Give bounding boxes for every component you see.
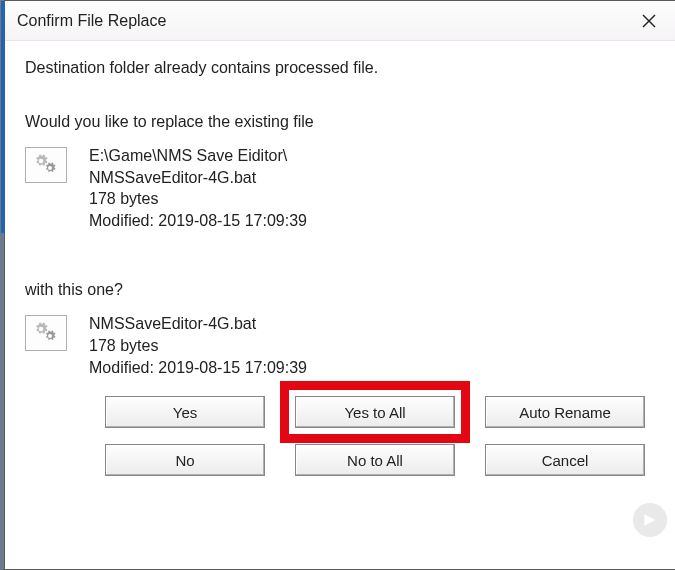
auto-rename-button[interactable]: Auto Rename	[485, 396, 645, 428]
new-file-block: NMSSaveEditor-4G.bat 178 bytes Modified:…	[25, 313, 655, 378]
message-line-3: with this one?	[25, 281, 655, 299]
existing-file-block: E:\Game\NMS Save Eiditor\ NMSSaveEditor-…	[25, 145, 655, 231]
watermark-icon	[631, 501, 669, 539]
existing-file-name: NMSSaveEditor-4G.bat	[89, 167, 307, 189]
yes-button[interactable]: Yes	[105, 396, 265, 428]
yes-to-all-button[interactable]: Yes to All	[295, 396, 455, 428]
highlight-box: Yes to All	[295, 396, 455, 428]
new-file-size: 178 bytes	[89, 335, 307, 357]
gears-icon	[25, 147, 67, 183]
new-file-modified: Modified: 2019-08-15 17:09:39	[89, 357, 307, 379]
message-line-2: Would you like to replace the existing f…	[25, 113, 655, 131]
existing-file-path: E:\Game\NMS Save Eiditor\	[89, 145, 307, 167]
existing-file-modified: Modified: 2019-08-15 17:09:39	[89, 210, 307, 232]
button-row-1: Yes Yes to All Auto Rename	[25, 396, 655, 428]
dialog-window: Confirm File Replace Destination folder …	[4, 0, 675, 570]
button-row-2: No No to All Cancel	[25, 444, 655, 476]
message-line-1: Destination folder already contains proc…	[25, 59, 655, 77]
dialog-content: Destination folder already contains proc…	[5, 41, 675, 502]
dialog-title: Confirm File Replace	[17, 12, 166, 30]
no-button[interactable]: No	[105, 444, 265, 476]
cancel-button[interactable]: Cancel	[485, 444, 645, 476]
new-file-info: NMSSaveEditor-4G.bat 178 bytes Modified:…	[89, 313, 307, 378]
new-file-name: NMSSaveEditor-4G.bat	[89, 313, 307, 335]
window-edge-accent	[1, 1, 5, 233]
no-to-all-button[interactable]: No to All	[295, 444, 455, 476]
gears-icon	[25, 315, 67, 351]
titlebar: Confirm File Replace	[5, 1, 675, 41]
close-button[interactable]	[623, 1, 675, 41]
svg-point-2	[633, 503, 667, 537]
existing-file-info: E:\Game\NMS Save Eiditor\ NMSSaveEditor-…	[89, 145, 307, 231]
existing-file-size: 178 bytes	[89, 188, 307, 210]
close-icon	[642, 14, 656, 28]
